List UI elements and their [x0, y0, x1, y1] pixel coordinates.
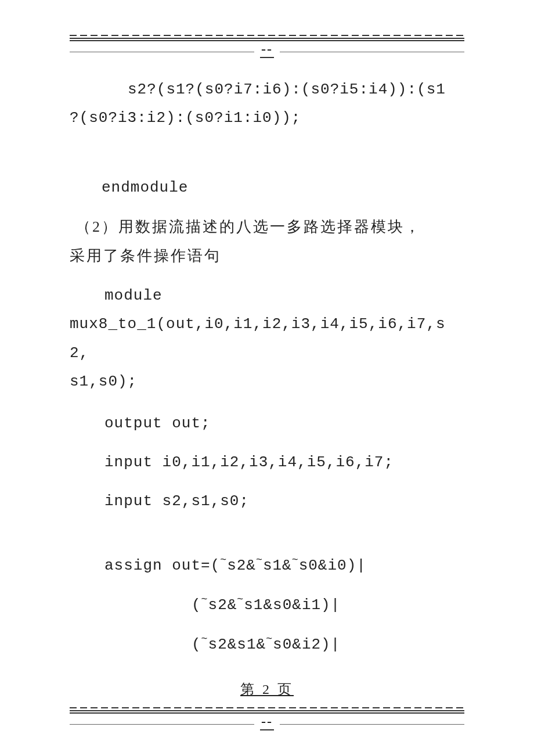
document-content: s2?(s1?(s0?i7:i6):(s0?i5:i4)):(s1 ?(s0?i… — [70, 75, 464, 703]
endmodule-line: endmodule — [70, 174, 464, 202]
top-divider: -- — [70, 35, 464, 58]
top-marker: -- — [260, 41, 274, 58]
assign-line-3: (~s2&s1&~s0&i2)| — [70, 630, 464, 659]
description-line2: 采用了条件操作语句 — [70, 242, 464, 270]
assign-line-2: (~s2&~s1&s0&i1)| — [70, 591, 464, 620]
code-fragment-line2: ?(s0?i3:i2):(s0?i1:i0)); — [70, 104, 464, 132]
module-declaration-line2: s1,s0); — [70, 368, 464, 396]
line-segment-right — [280, 52, 464, 52]
input-declaration-2: input s2,s1,s0; — [70, 487, 464, 516]
module-declaration-line1: mux8_to_1(out,i0,i1,i2,i3,i4,i5,i6,i7,s2… — [70, 310, 464, 368]
split-line-top: -- — [70, 41, 464, 58]
input-declaration-1: input i0,i1,i2,i3,i4,i5,i6,i7; — [70, 448, 464, 477]
output-declaration: output out; — [70, 409, 464, 438]
description-line1: （2）用数据流描述的八选一多路选择器模块， — [70, 213, 464, 241]
line-segment-right-bottom — [280, 724, 464, 725]
bottom-divider: -- — [70, 707, 464, 730]
split-line-bottom: -- — [70, 714, 464, 730]
assign-line-1: assign out=(~s2&~s1&~s0&i0)| — [70, 551, 464, 580]
bottom-marker: -- — [260, 714, 274, 730]
line-segment-left-bottom — [70, 724, 254, 725]
dashed-rule-top — [70, 35, 464, 36]
module-keyword: module — [70, 282, 464, 310]
code-fragment-line1: s2?(s1?(s0?i7:i6):(s0?i5:i4)):(s1 — [70, 75, 464, 104]
page-number: 第 2 页 — [70, 676, 464, 703]
dashed-rule-bottom — [70, 707, 464, 708]
line-segment-left — [70, 52, 254, 52]
